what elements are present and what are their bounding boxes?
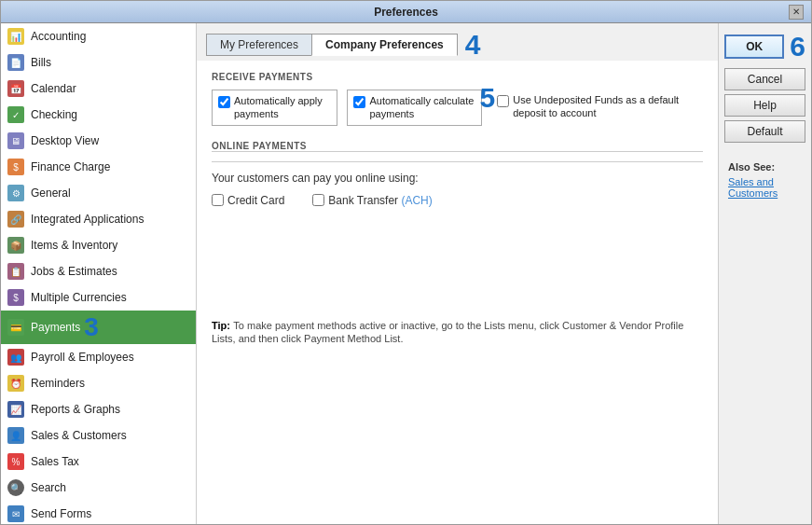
undeposited-funds-option: Use Undeposited Funds as a default depos… [491, 90, 703, 124]
sidebar-item-label-sales-customers: Sales & Customers [31, 429, 127, 442]
sidebar-item-jobs-estimates[interactable]: 📋Jobs & Estimates [1, 258, 196, 284]
also-see-link[interactable]: Sales and Customers [728, 176, 778, 199]
undeposited-funds-label[interactable]: Use Undeposited Funds as a default depos… [513, 93, 697, 120]
sidebar-item-bills[interactable]: 📄Bills [1, 49, 196, 76]
payments-icon: 💳 [7, 318, 25, 337]
dialog-body: 📊Accounting📄Bills📅Calendar✓Checking🖥Desk… [1, 23, 811, 524]
receive-payments-options: Automatically apply payments Automatical… [212, 90, 703, 126]
tab-my-preferences[interactable]: My Preferences [206, 34, 311, 56]
calendar-icon: 📅 [7, 79, 25, 98]
also-see-section: Also See: Sales and Customers [724, 158, 805, 202]
sidebar-scroll[interactable]: 📊Accounting📄Bills📅Calendar✓Checking🖥Desk… [1, 23, 196, 524]
number-4-badge: 4 [465, 29, 481, 61]
sidebar-item-label-bills: Bills [31, 56, 51, 69]
sidebar-item-label-integrated-applications: Integrated Applications [31, 213, 144, 226]
sidebar-item-label-multiple-currencies: Multiple Currencies [31, 291, 127, 304]
number-5-badge: 5 [480, 82, 496, 114]
accounting-icon: 📊 [7, 27, 25, 46]
number-3-badge: 3 [84, 314, 99, 340]
sidebar-item-label-accounting: Accounting [31, 30, 86, 43]
bank-transfer-checkbox[interactable] [312, 194, 324, 206]
default-button[interactable]: Default [724, 120, 805, 143]
credit-card-label[interactable]: Credit Card [227, 194, 284, 207]
ok-row: OK 6 [724, 31, 805, 62]
dialog-title: Preferences [23, 6, 789, 19]
cancel-button[interactable]: Cancel [724, 68, 805, 90]
desktop-icon: 🖥 [7, 131, 25, 150]
tip-label: Tip: [212, 320, 230, 331]
sidebar: 📊Accounting📄Bills📅Calendar✓Checking🖥Desk… [1, 23, 197, 524]
items-icon: 📦 [7, 236, 25, 255]
undeposited-funds-checkbox[interactable] [497, 95, 509, 107]
bank-transfer-label[interactable]: Bank Transfer (ACH) [328, 194, 432, 207]
sidebar-item-label-finance-charge: Finance Charge [31, 160, 110, 173]
integrated-icon: 🔗 [7, 210, 25, 228]
also-see-title: Also See: [728, 161, 802, 173]
online-payments-desc: Your customers can pay you online using: [212, 172, 703, 185]
sales-cust-icon: 👤 [7, 426, 25, 445]
auto-apply-option: Automatically apply payments [212, 90, 337, 126]
online-payments-section: ONLINE PAYMENTS Your customers can pay y… [212, 141, 703, 207]
sidebar-item-checking[interactable]: ✓Checking [1, 102, 196, 128]
sidebar-item-label-search: Search [31, 481, 66, 494]
sales-tax-icon: % [7, 452, 25, 471]
tab-company-preferences[interactable]: Company Preferences [311, 34, 458, 56]
sidebar-item-payroll-employees[interactable]: 👥Payroll & Employees [1, 344, 196, 370]
sidebar-item-label-reminders: Reminders [31, 377, 85, 390]
main-panel: My Preferences Company Preferences 4 REC… [197, 23, 718, 524]
receive-payments-section: RECEIVE PAYMENTS Automatically apply pay… [212, 72, 703, 126]
jobs-icon: 📋 [7, 262, 25, 281]
sidebar-item-label-general: General [31, 187, 71, 200]
close-button[interactable]: ✕ [789, 5, 804, 20]
sidebar-item-label-reports-graphs: Reports & Graphs [31, 403, 120, 416]
sidebar-item-label-items-inventory: Items & Inventory [31, 239, 117, 252]
sidebar-item-desktop-view[interactable]: 🖥Desktop View [1, 128, 196, 154]
sidebar-item-label-calendar: Calendar [31, 82, 76, 95]
multiple-icon: $ [7, 288, 25, 307]
title-bar: Preferences ✕ [1, 1, 811, 23]
sidebar-item-multiple-currencies[interactable]: $Multiple Currencies [1, 284, 196, 311]
sidebar-item-calendar[interactable]: 📅Calendar [1, 76, 196, 102]
number-6-badge: 6 [790, 31, 805, 62]
content-area: RECEIVE PAYMENTS Automatically apply pay… [197, 61, 718, 524]
sidebar-item-label-desktop-view: Desktop View [31, 134, 99, 147]
reminders-icon: ⏰ [7, 374, 25, 393]
online-payment-options: Credit Card Bank Transfer (ACH) [212, 194, 703, 207]
sidebar-item-accounting[interactable]: 📊Accounting [1, 23, 196, 49]
sidebar-item-reports-graphs[interactable]: 📈Reports & Graphs [1, 396, 196, 422]
sidebar-item-payments[interactable]: 💳Payments3 [1, 311, 196, 344]
tip-section: Tip: To make payment methods active or i… [212, 319, 703, 345]
credit-card-checkbox[interactable] [212, 194, 224, 206]
sidebar-item-send-forms[interactable]: ✉Send Forms [1, 501, 196, 524]
finance-icon: $ [7, 158, 25, 176]
sidebar-item-search[interactable]: 🔍Search [1, 475, 196, 501]
auto-calc-checkbox[interactable] [353, 96, 365, 108]
search-icon: 🔍 [7, 478, 25, 497]
sidebar-item-label-send-forms: Send Forms [31, 507, 91, 520]
tip-text: To make payment methods active or inacti… [212, 320, 683, 344]
help-button[interactable]: Help [724, 94, 805, 117]
sidebar-item-label-payroll-employees: Payroll & Employees [31, 351, 134, 364]
receive-payments-header: RECEIVE PAYMENTS [212, 72, 703, 82]
right-panel: OK 6 Cancel Help Default Also See: Sales… [718, 23, 811, 524]
preferences-dialog: Preferences ✕ 📊Accounting📄Bills📅Calendar… [0, 0, 812, 525]
auto-calc-label[interactable]: Automatically calculate payments [369, 94, 475, 121]
sidebar-item-finance-charge[interactable]: $Finance Charge [1, 154, 196, 180]
sidebar-item-label-jobs-estimates: Jobs & Estimates [31, 265, 117, 278]
send-icon: ✉ [7, 504, 25, 523]
sidebar-item-label-payments: Payments [31, 321, 80, 334]
auto-apply-checkbox[interactable] [218, 96, 230, 108]
sidebar-item-sales-customers[interactable]: 👤Sales & Customers [1, 422, 196, 449]
ach-label: (ACH) [401, 194, 432, 207]
sidebar-item-items-inventory[interactable]: 📦Items & Inventory [1, 232, 196, 258]
sidebar-item-general[interactable]: ⚙General [1, 180, 196, 206]
sidebar-item-reminders[interactable]: ⏰Reminders [1, 370, 196, 396]
ok-button[interactable]: OK [724, 35, 784, 59]
auto-calc-option: Automatically calculate payments [347, 90, 482, 126]
general-icon: ⚙ [7, 184, 25, 202]
credit-card-option: Credit Card [212, 194, 284, 207]
auto-apply-label[interactable]: Automatically apply payments [234, 94, 331, 121]
reports-icon: 📈 [7, 400, 25, 419]
sidebar-item-integrated-applications[interactable]: 🔗Integrated Applications [1, 206, 196, 232]
sidebar-item-sales-tax[interactable]: %Sales Tax [1, 449, 196, 475]
